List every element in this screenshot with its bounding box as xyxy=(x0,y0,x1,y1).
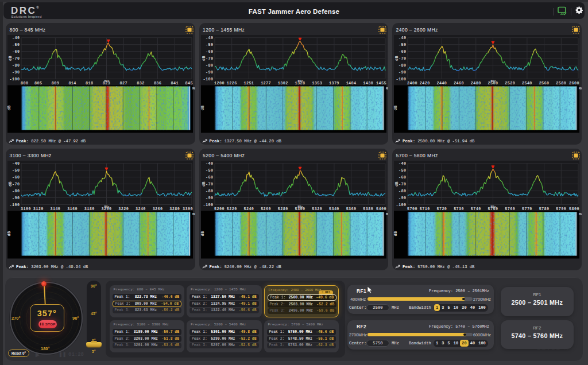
svg-text:2480: 2480 xyxy=(471,81,481,86)
svg-text:-80: -80 xyxy=(12,189,20,193)
svg-text:-100: -100 xyxy=(10,203,20,207)
svg-text:-60: -60 xyxy=(12,175,20,180)
svg-text:5340: 5340 xyxy=(328,207,339,211)
svg-text:5780: 5780 xyxy=(539,207,550,211)
svg-text:5280: 5280 xyxy=(277,207,288,211)
svg-text:dB: dB xyxy=(8,181,13,187)
svg-text:5720: 5720 xyxy=(436,207,447,211)
svg-text:3100: 3100 xyxy=(21,207,31,211)
svg-text:-50: -50 xyxy=(12,168,20,173)
svg-text:2460: 2460 xyxy=(454,81,464,86)
svg-text:5240: 5240 xyxy=(243,207,254,211)
svg-text:-50: -50 xyxy=(206,168,213,173)
svg-text:5200: 5200 xyxy=(214,207,225,211)
svg-text:MHz: MHz xyxy=(386,87,389,91)
svg-text:MHz: MHz xyxy=(579,213,582,216)
svg-text:2520: 2520 xyxy=(505,81,515,86)
svg-text:5770: 5770 xyxy=(522,207,532,211)
svg-text:dB: dB xyxy=(393,106,398,111)
svg-text:-90: -90 xyxy=(399,70,406,75)
svg-text:-80: -80 xyxy=(12,63,20,68)
svg-text:1277: 1277 xyxy=(261,81,271,86)
svg-text:1404: 1404 xyxy=(346,81,356,86)
svg-text:845: 845 xyxy=(185,81,193,86)
svg-text:dB: dB xyxy=(202,181,206,187)
svg-text:MHz: MHz xyxy=(297,205,303,209)
svg-text:-100: -100 xyxy=(10,77,20,81)
svg-text:-50: -50 xyxy=(12,42,20,47)
svg-text:1430: 1430 xyxy=(363,81,373,86)
svg-text:MHz: MHz xyxy=(192,213,195,216)
svg-text:1226: 1226 xyxy=(226,81,237,86)
svg-text:dB: dB xyxy=(200,231,205,236)
svg-text:dB: dB xyxy=(393,231,398,236)
svg-text:-70: -70 xyxy=(206,56,213,61)
svg-text:-70: -70 xyxy=(12,56,20,61)
svg-text:1455: 1455 xyxy=(376,81,386,86)
svg-text:836: 836 xyxy=(154,81,161,86)
svg-text:-80: -80 xyxy=(206,189,213,193)
svg-text:3160: 3160 xyxy=(67,207,78,211)
svg-text:-70: -70 xyxy=(12,182,20,187)
svg-text:3280: 3280 xyxy=(169,207,180,211)
svg-text:-40: -40 xyxy=(206,36,213,40)
svg-text:-80: -80 xyxy=(399,189,406,193)
svg-text:dB: dB xyxy=(7,106,11,111)
svg-text:841: 841 xyxy=(171,81,179,86)
svg-text:MHz: MHz xyxy=(490,205,496,209)
svg-text:818: 818 xyxy=(86,81,93,86)
svg-text:5730: 5730 xyxy=(454,207,464,211)
svg-text:5710: 5710 xyxy=(420,207,430,211)
svg-text:-70: -70 xyxy=(206,182,213,187)
svg-text:-70: -70 xyxy=(399,182,406,187)
svg-text:1200: 1200 xyxy=(214,81,225,86)
svg-text:MHz: MHz xyxy=(192,87,195,91)
svg-text:3240: 3240 xyxy=(136,207,146,211)
svg-text:1379: 1379 xyxy=(328,81,339,86)
svg-text:-40: -40 xyxy=(12,36,20,40)
svg-text:3300: 3300 xyxy=(183,207,193,211)
svg-text:1302: 1302 xyxy=(277,81,288,86)
svg-text:dB: dB xyxy=(200,106,205,111)
svg-text:-60: -60 xyxy=(399,49,406,54)
svg-text:MHz: MHz xyxy=(104,80,109,83)
svg-text:5740: 5740 xyxy=(471,207,481,211)
svg-text:-60: -60 xyxy=(399,175,406,180)
svg-text:5360: 5360 xyxy=(346,207,356,211)
svg-text:-90: -90 xyxy=(206,70,213,75)
svg-text:2560: 2560 xyxy=(539,81,550,86)
svg-text:-60: -60 xyxy=(12,49,20,54)
svg-text:5400: 5400 xyxy=(376,207,386,211)
svg-text:MHz: MHz xyxy=(104,205,109,209)
svg-text:2540: 2540 xyxy=(522,81,532,86)
svg-text:-40: -40 xyxy=(12,161,20,166)
svg-text:800: 800 xyxy=(21,81,28,86)
svg-text:-90: -90 xyxy=(399,196,406,200)
svg-text:-90: -90 xyxy=(12,70,20,75)
svg-text:dB: dB xyxy=(7,231,11,236)
svg-text:3120: 3120 xyxy=(33,207,44,211)
svg-text:805: 805 xyxy=(34,81,42,86)
svg-text:5790: 5790 xyxy=(556,207,566,211)
svg-text:-50: -50 xyxy=(206,42,213,47)
svg-text:-50: -50 xyxy=(399,168,406,173)
svg-text:827: 827 xyxy=(119,81,127,86)
svg-text:-100: -100 xyxy=(396,203,407,207)
svg-text:3260: 3260 xyxy=(153,207,163,211)
svg-text:-70: -70 xyxy=(399,56,406,61)
svg-text:-60: -60 xyxy=(206,49,213,54)
svg-text:809: 809 xyxy=(52,81,59,86)
svg-text:dB: dB xyxy=(394,181,399,187)
svg-text:1353: 1353 xyxy=(312,81,322,86)
svg-text:-50: -50 xyxy=(399,42,406,47)
svg-text:-80: -80 xyxy=(399,63,406,68)
svg-text:-90: -90 xyxy=(206,196,213,200)
svg-text:5380: 5380 xyxy=(363,207,373,211)
svg-text:3220: 3220 xyxy=(118,207,129,211)
svg-text:2600: 2600 xyxy=(569,81,579,86)
svg-text:5800: 5800 xyxy=(569,207,579,211)
svg-text:MHz: MHz xyxy=(490,80,496,83)
svg-text:2440: 2440 xyxy=(436,81,447,86)
svg-text:-100: -100 xyxy=(203,203,213,207)
svg-text:-60: -60 xyxy=(206,175,213,180)
